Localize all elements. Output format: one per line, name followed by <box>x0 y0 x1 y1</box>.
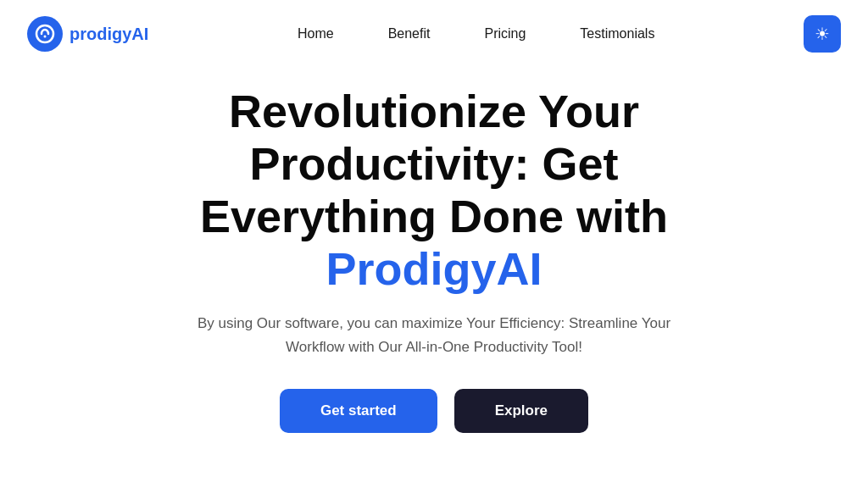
logo-wordmark: prodigyAI <box>70 25 148 44</box>
sun-icon: ☀ <box>815 24 830 44</box>
header: prodigyAI Home Benefit Pricing Testimoni… <box>0 0 868 68</box>
main-nav: Home Benefit Pricing Testimonials <box>298 26 654 42</box>
hero-title: Revolutionize Your Productivity: Get Eve… <box>200 85 668 295</box>
svg-point-0 <box>36 25 53 42</box>
nav-benefit[interactable]: Benefit <box>388 26 431 42</box>
svg-point-1 <box>44 36 47 38</box>
nav-testimonials[interactable]: Testimonials <box>580 26 654 42</box>
logo[interactable]: prodigyAI <box>27 16 148 52</box>
logo-icon <box>27 16 63 52</box>
hero-title-brand: ProdigyAI <box>326 243 542 294</box>
explore-button[interactable]: Explore <box>454 389 588 433</box>
nav-pricing[interactable]: Pricing <box>484 26 526 42</box>
hero-section: Revolutionize Your Productivity: Get Eve… <box>0 68 868 433</box>
get-started-button[interactable]: Get started <box>280 389 437 433</box>
hero-buttons: Get started Explore <box>280 389 588 433</box>
hero-subtitle: By using Our software, you can maximize … <box>171 312 697 358</box>
theme-toggle-button[interactable]: ☀ <box>804 15 841 53</box>
nav-home[interactable]: Home <box>298 26 334 42</box>
